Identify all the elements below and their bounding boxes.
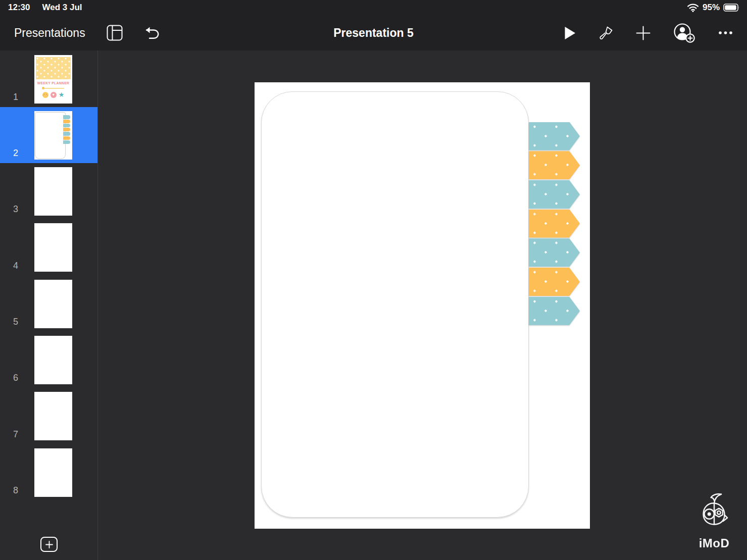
- battery-percent: 95%: [703, 3, 720, 13]
- header: 12:30 Wed 3 Jul 95%: [0, 0, 747, 50]
- paintbrush-icon[interactable]: [598, 25, 614, 41]
- undo-icon[interactable]: [144, 26, 160, 40]
- chevron-group: [529, 122, 580, 325]
- ellipsis-icon[interactable]: [718, 31, 733, 35]
- status-right: 95%: [687, 3, 740, 13]
- slide-editing-canvas[interactable]: [255, 82, 590, 529]
- play-icon[interactable]: [564, 26, 576, 40]
- mini-tab: [63, 136, 70, 140]
- battery-icon: [723, 4, 740, 12]
- slide-navigator-sidebar: 1WEEKY PLANNER♥★2345678: [0, 50, 98, 560]
- slide-row-7[interactable]: 7: [0, 388, 97, 444]
- mini-tab: [63, 124, 70, 127]
- mini-tab-column: [63, 115, 70, 144]
- chevron-banner-4[interactable]: [529, 210, 580, 238]
- cover-icons: ♥★: [34, 91, 72, 99]
- emoji-face-icon: [42, 92, 48, 98]
- wifi-icon: [687, 3, 699, 12]
- mini-tab: [63, 132, 70, 135]
- rounded-rectangle-shape[interactable]: [261, 91, 529, 518]
- slide-number: 3: [0, 204, 31, 215]
- chevron-shape: [529, 151, 580, 179]
- watermark-label: iMoD: [699, 536, 730, 550]
- slide-row-3[interactable]: 3: [0, 163, 97, 219]
- imod-watermark: iMoD: [696, 493, 732, 550]
- slide-number: 4: [0, 261, 31, 271]
- mini-tab: [63, 120, 70, 123]
- mini-rounded-page: [35, 112, 66, 159]
- add-slide-button[interactable]: [40, 537, 58, 552]
- status-time: 12:30: [8, 3, 30, 13]
- add-people-icon[interactable]: [673, 22, 696, 43]
- status-bar: 12:30 Wed 3 Jul 95%: [0, 0, 747, 15]
- slide-thumbnail-7[interactable]: [34, 392, 72, 440]
- chevron-shape: [529, 297, 580, 325]
- slide-thumbnail-1[interactable]: WEEKY PLANNER♥★: [34, 55, 72, 104]
- chevron-banner-1[interactable]: [529, 122, 580, 150]
- slide-number: 1: [0, 92, 31, 103]
- presentations-back-button[interactable]: Presentations: [14, 26, 85, 40]
- polkadot-banner: [36, 57, 71, 79]
- slide-navigator-icon[interactable]: [107, 25, 123, 41]
- slide-number: 2: [0, 148, 31, 159]
- slide-row-8[interactable]: 8: [0, 444, 97, 500]
- chevron-shape: [529, 180, 580, 209]
- slide-row-1[interactable]: 1WEEKY PLANNER♥★: [0, 51, 97, 107]
- slide-thumbnail-3[interactable]: [34, 167, 72, 216]
- chevron-banner-3[interactable]: [529, 180, 580, 209]
- mini-tab: [63, 140, 70, 144]
- status-date: Wed 3 Jul: [42, 3, 82, 13]
- toolbar: Presentations Presentation 5: [0, 15, 747, 50]
- toolbar-left: Presentations: [14, 15, 160, 50]
- mini-tab: [63, 128, 70, 131]
- cover-title: WEEKY PLANNER: [34, 81, 72, 85]
- chevron-shape: [529, 122, 580, 150]
- slide-number: 6: [0, 373, 31, 383]
- chevron-banner-2[interactable]: [529, 151, 580, 179]
- slide-number: 7: [0, 429, 31, 440]
- slide-thumbnail-6[interactable]: [34, 336, 72, 384]
- chevron-shape: [529, 268, 580, 296]
- slide-thumbnail-5[interactable]: [34, 280, 72, 328]
- slide-row-2-selected[interactable]: 2: [0, 107, 97, 163]
- slide-thumbnail-8[interactable]: [34, 448, 72, 497]
- mini-tab: [63, 115, 70, 119]
- chevron-shape: [529, 210, 580, 238]
- star-icon: ★: [59, 91, 65, 98]
- toolbar-right: [564, 15, 733, 50]
- slide-row-5[interactable]: 5: [0, 276, 97, 332]
- chevron-banner-6[interactable]: [529, 268, 580, 296]
- heart-icon: ♥: [51, 92, 57, 98]
- keynote-app-screen: 12:30 Wed 3 Jul 95%: [0, 0, 747, 560]
- slide-thumbnail-2[interactable]: [34, 111, 72, 160]
- chevron-shape: [529, 238, 580, 267]
- slide-row-4[interactable]: 4: [0, 219, 97, 275]
- imod-owl-logo-icon: [699, 493, 729, 535]
- chevron-banner-5[interactable]: [529, 238, 580, 267]
- plus-icon[interactable]: [636, 26, 651, 40]
- status-left: 12:30 Wed 3 Jul: [7, 3, 82, 13]
- slide-row-6[interactable]: 6: [0, 332, 97, 388]
- slide-number: 8: [0, 485, 31, 496]
- cover-divider: [42, 88, 64, 89]
- slide-thumbnail-4[interactable]: [34, 223, 72, 272]
- chevron-banner-7[interactable]: [529, 297, 580, 325]
- slide-list: 1WEEKY PLANNER♥★2345678: [0, 51, 97, 500]
- slide-number: 5: [0, 317, 31, 327]
